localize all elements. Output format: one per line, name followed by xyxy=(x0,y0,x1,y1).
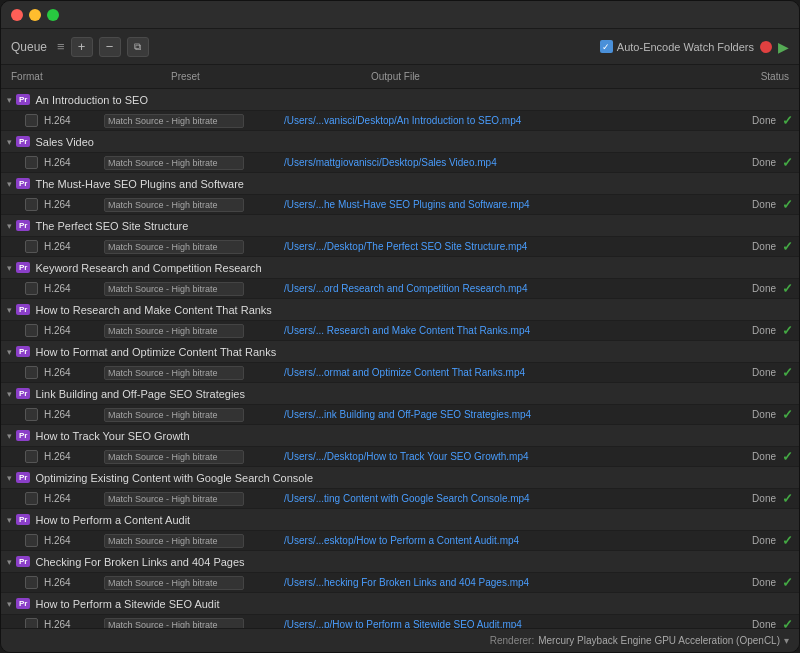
item-preset-select[interactable]: Match Source - High bitrate xyxy=(104,198,244,212)
group-header[interactable]: ▾ Pr How to Track Your SEO Growth xyxy=(1,425,799,447)
item-preset-select[interactable]: Match Source - High bitrate xyxy=(104,240,244,254)
item-checkbox[interactable] xyxy=(25,282,38,295)
table-row[interactable]: H.264 Match Source - High bitrate /Users… xyxy=(1,489,799,509)
checkmark-icon: ✓ xyxy=(782,449,793,464)
item-preset-select[interactable]: Match Source - High bitrate xyxy=(104,324,244,338)
group-header[interactable]: ▾ Pr How to Perform a Sitewide SEO Audit xyxy=(1,593,799,615)
renderer-dropdown-icon[interactable]: ▾ xyxy=(784,635,789,646)
item-status: Done ✓ xyxy=(713,533,793,548)
chevron-icon[interactable]: ▾ xyxy=(7,389,12,399)
stop-button[interactable] xyxy=(760,41,772,53)
group-header[interactable]: ▾ Pr How to Perform a Content Audit xyxy=(1,509,799,531)
item-checkbox[interactable] xyxy=(25,114,38,127)
group-header[interactable]: ▾ Pr Keyword Research and Competition Re… xyxy=(1,257,799,279)
item-checkbox[interactable] xyxy=(25,576,38,589)
group-header[interactable]: ▾ Pr Link Building and Off-Page SEO Stra… xyxy=(1,383,799,405)
chevron-icon[interactable]: ▾ xyxy=(7,515,12,525)
item-output: /Users/...ormat and Optimize Content Tha… xyxy=(284,367,713,378)
auto-encode-checkbox[interactable]: ✓ xyxy=(600,40,613,53)
group-header[interactable]: ▾ Pr Sales Video xyxy=(1,131,799,153)
table-row[interactable]: H.264 Match Source - High bitrate /Users… xyxy=(1,363,799,383)
renderer-label: Renderer: xyxy=(490,635,534,646)
chevron-icon[interactable]: ▾ xyxy=(7,305,12,315)
item-preset-select[interactable]: Match Source - High bitrate xyxy=(104,366,244,380)
table-row[interactable]: H.264 Match Source - High bitrate /Users… xyxy=(1,321,799,341)
group-title: Checking For Broken Links and 404 Pages xyxy=(35,556,244,568)
pr-badge: Pr xyxy=(16,388,30,399)
chevron-icon[interactable]: ▾ xyxy=(7,221,12,231)
toolbar-right: ✓ Auto-Encode Watch Folders ▶ xyxy=(600,39,789,55)
duplicate-button[interactable]: ⧉ xyxy=(127,37,149,57)
table-row[interactable]: H.264 Match Source - High bitrate /Users… xyxy=(1,615,799,628)
item-preset-container: Match Source - High bitrate xyxy=(104,450,284,464)
item-output: /Users/...he Must-Have SEO Plugins and S… xyxy=(284,199,713,210)
hamburger-icon[interactable]: ≡ xyxy=(57,39,65,54)
group-header[interactable]: ▾ Pr The Perfect SEO Site Structure xyxy=(1,215,799,237)
table-row[interactable]: H.264 Match Source - High bitrate /Users… xyxy=(1,279,799,299)
table-row[interactable]: H.264 Match Source - High bitrate /Users… xyxy=(1,405,799,425)
item-checkbox[interactable] xyxy=(25,240,38,253)
item-checkbox[interactable] xyxy=(25,408,38,421)
item-checkbox[interactable] xyxy=(25,156,38,169)
item-preset-select[interactable]: Match Source - High bitrate xyxy=(104,534,244,548)
item-preset-select[interactable]: Match Source - High bitrate xyxy=(104,576,244,590)
group-header[interactable]: ▾ Pr An Introduction to SEO xyxy=(1,89,799,111)
chevron-icon[interactable]: ▾ xyxy=(7,263,12,273)
close-button[interactable] xyxy=(11,9,23,21)
table-row[interactable]: H.264 Match Source - High bitrate /Users… xyxy=(1,573,799,593)
table-row[interactable]: H.264 Match Source - High bitrate /Users… xyxy=(1,447,799,467)
remove-button[interactable]: − xyxy=(99,37,121,57)
table-row[interactable]: H.264 Match Source - High bitrate /Users… xyxy=(1,195,799,215)
chevron-icon[interactable]: ▾ xyxy=(7,557,12,567)
group-header[interactable]: ▾ Pr How to Research and Make Content Th… xyxy=(1,299,799,321)
item-output: /Users/...esktop/How to Perform a Conten… xyxy=(284,535,713,546)
item-output: /Users/... Research and Make Content Tha… xyxy=(284,325,713,336)
item-preset-select[interactable]: Match Source - High bitrate xyxy=(104,282,244,296)
chevron-icon[interactable]: ▾ xyxy=(7,179,12,189)
item-preset-select[interactable]: Match Source - High bitrate xyxy=(104,450,244,464)
table-row[interactable]: H.264 Match Source - High bitrate /Users… xyxy=(1,111,799,131)
item-checkbox[interactable] xyxy=(25,450,38,463)
status-text: Done xyxy=(752,577,776,588)
table-row[interactable]: H.264 Match Source - High bitrate /Users… xyxy=(1,531,799,551)
pr-badge: Pr xyxy=(16,556,30,567)
item-preset-select[interactable]: Match Source - High bitrate xyxy=(104,114,244,128)
table-row[interactable]: H.264 Match Source - High bitrate /Users… xyxy=(1,153,799,173)
play-button[interactable]: ▶ xyxy=(778,39,789,55)
item-preset-select[interactable]: Match Source - High bitrate xyxy=(104,492,244,506)
group-header[interactable]: ▾ Pr Checking For Broken Links and 404 P… xyxy=(1,551,799,573)
auto-encode-label: Auto-Encode Watch Folders xyxy=(617,41,754,53)
traffic-lights xyxy=(11,9,59,21)
item-output: /Users/.../Desktop/How to Track Your SEO… xyxy=(284,451,713,462)
checkmark-icon: ✓ xyxy=(782,155,793,170)
item-checkbox[interactable] xyxy=(25,198,38,211)
queue-label: Queue xyxy=(11,40,47,54)
item-checkbox[interactable] xyxy=(25,366,38,379)
chevron-icon[interactable]: ▾ xyxy=(7,137,12,147)
chevron-icon[interactable]: ▾ xyxy=(7,473,12,483)
item-preset-select[interactable]: Match Source - High bitrate xyxy=(104,408,244,422)
group-header[interactable]: ▾ Pr Optimizing Existing Content with Go… xyxy=(1,467,799,489)
chevron-icon[interactable]: ▾ xyxy=(7,95,12,105)
queue-list[interactable]: ▾ Pr An Introduction to SEO H.264 Match … xyxy=(1,89,799,628)
item-format: H.264 xyxy=(44,199,104,210)
item-output: /Users/...vanisci/Desktop/An Introductio… xyxy=(284,115,713,126)
item-checkbox[interactable] xyxy=(25,534,38,547)
item-checkbox[interactable] xyxy=(25,324,38,337)
chevron-icon[interactable]: ▾ xyxy=(7,599,12,609)
table-row[interactable]: H.264 Match Source - High bitrate /Users… xyxy=(1,237,799,257)
item-preset-select[interactable]: Match Source - High bitrate xyxy=(104,618,244,629)
minimize-button[interactable] xyxy=(29,9,41,21)
item-checkbox[interactable] xyxy=(25,492,38,505)
chevron-icon[interactable]: ▾ xyxy=(7,431,12,441)
add-button[interactable]: + xyxy=(71,37,93,57)
item-checkbox[interactable] xyxy=(25,618,38,628)
status-text: Done xyxy=(752,157,776,168)
group-header[interactable]: ▾ Pr The Must-Have SEO Plugins and Softw… xyxy=(1,173,799,195)
item-format: H.264 xyxy=(44,283,104,294)
group-title: How to Perform a Sitewide SEO Audit xyxy=(35,598,219,610)
item-preset-select[interactable]: Match Source - High bitrate xyxy=(104,156,244,170)
maximize-button[interactable] xyxy=(47,9,59,21)
group-header[interactable]: ▾ Pr How to Format and Optimize Content … xyxy=(1,341,799,363)
chevron-icon[interactable]: ▾ xyxy=(7,347,12,357)
